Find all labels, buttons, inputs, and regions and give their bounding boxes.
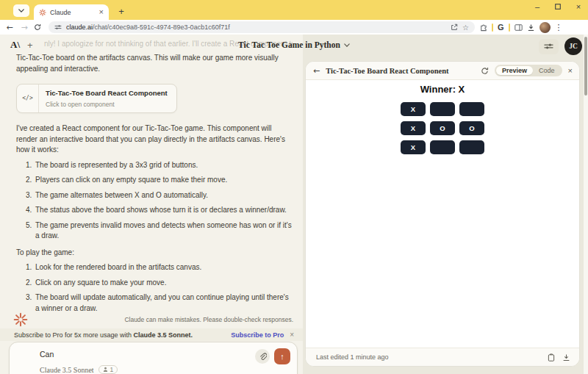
bookmark-star-icon[interactable]: ☆ — [462, 24, 469, 32]
arrow-up-icon: ↑ — [280, 352, 284, 361]
list-item: The status above the board shows whose t… — [34, 205, 293, 216]
new-tab-button[interactable]: + — [115, 4, 128, 18]
conversation-title[interactable]: Tic Tac Toe Game in Python — [238, 40, 340, 49]
forward-icon[interactable]: → — [19, 23, 29, 32]
board-cell[interactable]: X — [401, 121, 426, 135]
panel-refresh-button[interactable] — [481, 67, 489, 75]
list-item: The game prevents invalid moves and dete… — [34, 220, 293, 242]
window-controls: – × — [532, 1, 584, 12]
sliders-icon — [544, 43, 553, 50]
claude-app-logo[interactable]: A\ — [10, 39, 20, 51]
model-selector[interactable]: Claude 3.5 Sonnet — [40, 366, 94, 374]
maximize-button[interactable] — [553, 1, 563, 12]
person-icon — [103, 367, 108, 373]
share-icon[interactable] — [451, 24, 458, 31]
preview-code-toggle: Preview Code — [495, 65, 562, 76]
claude-favicon — [39, 9, 46, 16]
toolbar-separator — [509, 24, 510, 32]
refresh-icon — [481, 67, 489, 75]
board-cell[interactable] — [430, 102, 455, 116]
url-host: claude.ai — [66, 24, 93, 31]
scrollbar-thumb[interactable] — [584, 37, 587, 96]
artifact-panel-title: Tic-Tac-Toe Board React Component — [326, 67, 475, 75]
tab-close-icon[interactable]: × — [99, 8, 104, 16]
google-profile-icon[interactable]: G — [498, 23, 504, 32]
send-button[interactable]: ↑ — [274, 348, 290, 364]
chevron-down-icon — [18, 9, 24, 12]
claude-app: nly! I apologize for not thinking of tha… — [0, 35, 588, 374]
browser-window: Claude × + – × ← → claude.ai/chat/c40ec9… — [0, 0, 588, 374]
banner-close-icon[interactable]: × — [290, 331, 294, 339]
subscribe-to-pro-link[interactable]: Subscribe to Pro — [231, 331, 284, 339]
how-it-works-list: The board is represented by a 3x3 grid o… — [16, 160, 293, 242]
chat-messages: nly! I apologize for not thinking of tha… — [0, 35, 303, 311]
list-item: The board will update automatically, and… — [34, 292, 293, 311]
url-path: /chat/c40ec9a8-591c-4974-89e3-0acb1c60f7… — [93, 24, 230, 31]
board-cell[interactable]: O — [459, 121, 484, 135]
downloads-icon[interactable] — [527, 24, 535, 32]
browser-tab-strip: Claude × + – × — [0, 0, 588, 20]
banner-text: Subscribe to Pro for 5x more usage with — [14, 331, 134, 339]
minimize-button[interactable]: – — [532, 1, 542, 12]
download-icon — [562, 353, 570, 362]
clipboard-icon — [548, 353, 555, 362]
paperclip-icon — [259, 353, 267, 361]
page-scrollbar[interactable] — [584, 35, 588, 374]
settings-sliders-button[interactable] — [539, 39, 559, 54]
list-item: The game alternates between X and O auto… — [34, 190, 293, 201]
download-artifact-button[interactable] — [562, 353, 570, 362]
site-settings-icon[interactable] — [54, 24, 62, 30]
board-cell[interactable] — [430, 140, 455, 154]
message-paragraph: I've created a React component for our T… — [16, 123, 293, 156]
board-cell[interactable]: X — [401, 140, 426, 154]
board-cell[interactable]: O — [430, 121, 455, 135]
message-paragraph: To play the game: — [16, 248, 293, 259]
pro-upsell-banner: Subscribe to Pro for 5x more usage with … — [0, 328, 303, 341]
tic-tac-toe-board: X X O O X — [306, 102, 579, 154]
browser-toolbar: ← → claude.ai/chat/c40ec9a8-591c-4974-89… — [0, 20, 588, 35]
address-bar[interactable]: claude.ai/chat/c40ec9a8-591c-4974-89e3-0… — [49, 21, 475, 33]
reload-icon[interactable] — [34, 24, 44, 31]
tab-title: Claude — [50, 9, 96, 16]
board-cell[interactable]: X — [401, 102, 426, 116]
last-edited-text: Last edited 1 minute ago — [316, 353, 540, 361]
code-icon: </> — [17, 84, 39, 112]
browser-profile-avatar[interactable] — [539, 22, 551, 33]
board-cell[interactable] — [459, 140, 484, 154]
banner-model-name: Claude 3.5 Sonnet. — [134, 331, 193, 339]
game-status: Winner: X — [306, 84, 579, 95]
chevron-down-icon — [344, 43, 350, 47]
panel-back-icon[interactable]: ← — [313, 66, 320, 76]
artifact-panel: ← Tic-Tac-Toe Board React Component Prev… — [305, 61, 580, 367]
artifact-card-subtitle: Click to open component — [46, 100, 168, 109]
chat-column: nly! I apologize for not thinking of tha… — [0, 35, 303, 374]
list-item: The board is represented by a 3x3 grid o… — [34, 160, 293, 171]
artifact-card-button[interactable]: </> Tic-Tac-Toe Board React Component Cl… — [16, 84, 177, 113]
disclaimer-text: Claude can make mistakes. Please double-… — [124, 316, 293, 323]
list-item: Players can click on any empty square to… — [34, 175, 293, 186]
browser-tab-claude[interactable]: Claude × — [34, 4, 109, 20]
extensions-icon[interactable] — [479, 24, 487, 32]
code-tab[interactable]: Code — [533, 66, 561, 75]
new-chat-button[interactable]: + — [27, 40, 33, 51]
window-close-button[interactable]: × — [573, 1, 584, 12]
toolbar-separator — [492, 24, 493, 32]
claude-sunburst-logo — [13, 312, 28, 327]
panel-close-icon[interactable]: × — [568, 66, 573, 75]
attach-button[interactable] — [255, 349, 270, 364]
tab-search-button[interactable] — [13, 4, 29, 17]
side-panel-icon[interactable] — [514, 24, 523, 31]
artifact-preview: Winner: X X X O O X — [306, 80, 579, 348]
composer-badge[interactable]: 1 — [98, 365, 118, 374]
message-composer[interactable]: Can Claude 3.5 Sonnet 1 ↑ — [9, 342, 298, 374]
composer-input[interactable]: Can — [40, 350, 288, 359]
url-text: claude.ai/chat/c40ec9a8-591c-4974-89e3-0… — [66, 24, 446, 31]
back-icon[interactable]: ← — [4, 23, 15, 32]
list-item: Click on any square to make your move. — [34, 278, 293, 289]
copy-artifact-button[interactable] — [548, 353, 555, 362]
user-avatar[interactable]: JC — [564, 37, 582, 55]
play-steps-list: Look for the rendered board in the artif… — [16, 262, 293, 311]
preview-tab[interactable]: Preview — [496, 66, 533, 75]
board-cell[interactable] — [459, 102, 484, 116]
menu-dots-icon[interactable]: ⋮ — [555, 23, 563, 32]
